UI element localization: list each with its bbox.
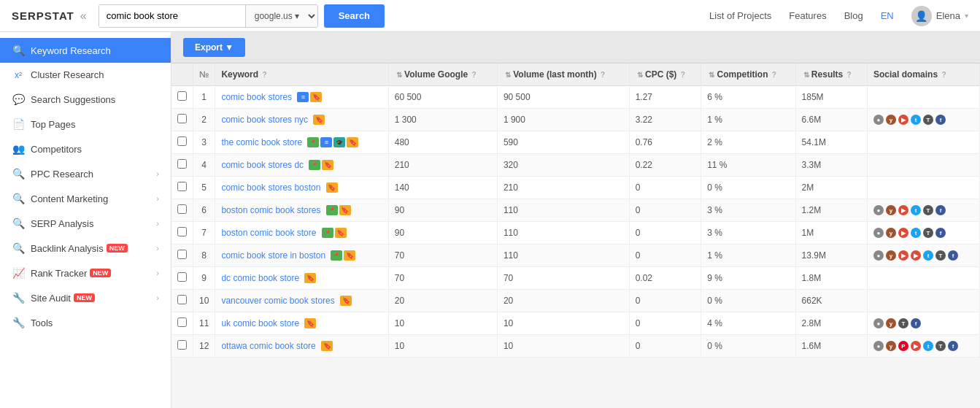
nav-projects[interactable]: List of Projects — [709, 10, 771, 21]
social-icon-f: f — [948, 341, 958, 351]
keyword-link-0[interactable]: comic book stores — [221, 92, 292, 102]
username: Elena — [936, 10, 960, 21]
row-volume: 70 — [388, 245, 497, 267]
site-audit-icon: 🔧 — [12, 292, 25, 304]
keyword-link-3[interactable]: comic book stores dc — [221, 160, 304, 170]
row-num: 1 — [193, 86, 215, 109]
results-sort-icon: ⇅ — [803, 71, 809, 79]
row-checkbox-5[interactable] — [177, 204, 187, 214]
row-checkbox-11[interactable] — [177, 340, 187, 350]
keyword-link-10[interactable]: uk comic book store — [221, 318, 299, 328]
rank-tracker-badge: new — [90, 269, 111, 277]
search-button[interactable]: Search — [324, 4, 385, 28]
row-checkbox-0[interactable] — [177, 91, 187, 101]
sidebar-label-site-audit: Site Audit — [31, 293, 71, 304]
sidebar-label-keyword-research: Keyword Research — [31, 45, 111, 56]
social-help-icon: ? — [941, 71, 946, 79]
sidebar-item-site-audit[interactable]: 🔧 Site Audit new › — [0, 285, 171, 310]
rank-tracker-icon: 📈 — [12, 267, 25, 279]
row-checkbox-cell — [171, 290, 193, 312]
row-checkbox-8[interactable] — [177, 272, 187, 282]
sidebar-item-serp-analysis[interactable]: 🔍 SERP Analysis › — [0, 211, 171, 236]
row-volume: 10 — [388, 312, 497, 335]
row-keyword: comic book stores ≡🔖 — [215, 86, 388, 109]
row-keyword: comic book stores dc 📍🔖 — [215, 154, 388, 177]
sidebar-item-cluster-research[interactable]: x² Cluster Research — [0, 63, 171, 87]
sidebar-item-keyword-research[interactable]: 🔍 Keyword Research — [0, 38, 171, 63]
engine-select[interactable]: google.us ▾ — [246, 5, 317, 27]
row-competition: 3 % — [701, 199, 795, 222]
language-selector[interactable]: EN — [881, 10, 894, 21]
social-icon-grey: ● — [873, 341, 884, 351]
rank-tracker-arrow: › — [156, 269, 159, 277]
col-keyword[interactable]: Keyword ? — [215, 63, 388, 86]
sidebar: 🔍 Keyword Research x² Cluster Research 💬… — [0, 32, 171, 408]
row-volume: 70 — [388, 267, 497, 290]
row-checkbox-4[interactable] — [177, 182, 187, 191]
sidebar-item-content-marketing[interactable]: 🔍 Content Marketing › — [0, 186, 171, 211]
sidebar-item-rank-tracker[interactable]: 📈 Rank Tracker new › — [0, 261, 171, 285]
row-num: 6 — [193, 199, 215, 222]
nav-features[interactable]: Features — [789, 10, 826, 21]
keyword-link-6[interactable]: boston comic book store — [221, 228, 316, 238]
sidebar-item-ppc-research[interactable]: 🔍 PPC Research › — [0, 161, 171, 186]
social-icon-yt: ▶ — [898, 115, 908, 125]
sidebar-item-search-suggestions[interactable]: 💬 Search Suggestions — [0, 87, 171, 112]
social-icon-brown: y — [886, 250, 896, 261]
sidebar-item-backlink-analysis[interactable]: 🔍 Backlink Analysis new › — [0, 236, 171, 261]
social-icon-t: T — [898, 318, 908, 328]
export-button[interactable]: Export ▼ — [183, 38, 245, 57]
keyword-link-2[interactable]: the comic book store — [221, 137, 302, 147]
nav-blog[interactable]: Blog — [844, 10, 863, 21]
user-area[interactable]: 👤 Elena ▾ — [911, 6, 968, 26]
sidebar-item-tools[interactable]: 🔧 Tools — [0, 310, 171, 335]
row-cpc: 0.02 — [629, 267, 701, 290]
row-checkbox-2[interactable] — [177, 136, 187, 146]
row-volume-last: 210 — [497, 177, 629, 199]
row-competition: 2 % — [701, 131, 795, 154]
col-volume-last[interactable]: ⇅ Volume (last month) ? — [497, 63, 629, 86]
sidebar-item-competitors[interactable]: 👥 Competitors — [0, 136, 171, 161]
ppc-arrow: › — [156, 169, 159, 178]
sidebar-label-ppc-research: PPC Research — [31, 169, 93, 180]
keyword-link-4[interactable]: comic book stores boston — [221, 182, 320, 193]
row-num: 3 — [193, 131, 215, 154]
table-wrapper: № Keyword ? ⇅ Volume Google ? ⇅ Volume (… — [171, 63, 980, 358]
col-volume[interactable]: ⇅ Volume Google ? — [388, 63, 497, 86]
keyword-link-8[interactable]: dc comic book store — [221, 273, 299, 283]
row-checkbox-9[interactable] — [177, 295, 187, 304]
row-keyword: comic book stores nyc 🔖 — [215, 109, 388, 131]
search-input[interactable] — [99, 5, 245, 27]
social-icon-t: T — [935, 250, 946, 261]
table-row: 6 boston comic book stores 📍🔖 90 110 0 3… — [171, 199, 980, 222]
row-checkbox-7[interactable] — [177, 250, 187, 259]
col-cpc[interactable]: ⇅ CPC ($) ? — [629, 63, 701, 86]
row-tags: 🔖 — [340, 296, 352, 306]
row-tags: 📍🔖 — [322, 228, 347, 238]
collapse-button[interactable]: « — [80, 9, 87, 23]
keyword-link-1[interactable]: comic book stores nyc — [221, 115, 308, 125]
row-checkbox-1[interactable] — [177, 114, 187, 123]
keyword-link-9[interactable]: vancouver comic book stores — [221, 296, 334, 306]
row-results: 2.8M — [795, 312, 868, 335]
sidebar-label-search-suggestions: Search Suggestions — [31, 94, 115, 105]
social-icon-brown: y — [886, 341, 896, 351]
row-checkbox-3[interactable] — [177, 159, 187, 169]
row-checkbox-cell — [171, 199, 193, 222]
row-num: 2 — [193, 109, 215, 131]
sidebar-item-top-pages[interactable]: 📄 Top Pages — [0, 112, 171, 136]
volume-last-sort-icon: ⇅ — [505, 71, 511, 79]
keyword-link-7[interactable]: comic book store in boston — [221, 250, 325, 261]
row-cpc: 0 — [629, 290, 701, 312]
row-cpc: 3.22 — [629, 109, 701, 131]
row-checkbox-10[interactable] — [177, 317, 187, 327]
keyword-link-5[interactable]: boston comic book stores — [221, 205, 320, 215]
logo: SERPSTAT — [12, 9, 74, 22]
row-tags: ≡🔖 — [297, 92, 322, 102]
competition-help-icon: ? — [772, 71, 776, 79]
col-competition[interactable]: ⇅ Competition ? — [701, 63, 795, 86]
row-tags: 📍🔖 — [331, 250, 355, 261]
keyword-link-11[interactable]: ottawa comic book store — [221, 341, 315, 351]
col-results[interactable]: ⇅ Results ? — [795, 63, 868, 86]
row-checkbox-6[interactable] — [177, 227, 187, 236]
